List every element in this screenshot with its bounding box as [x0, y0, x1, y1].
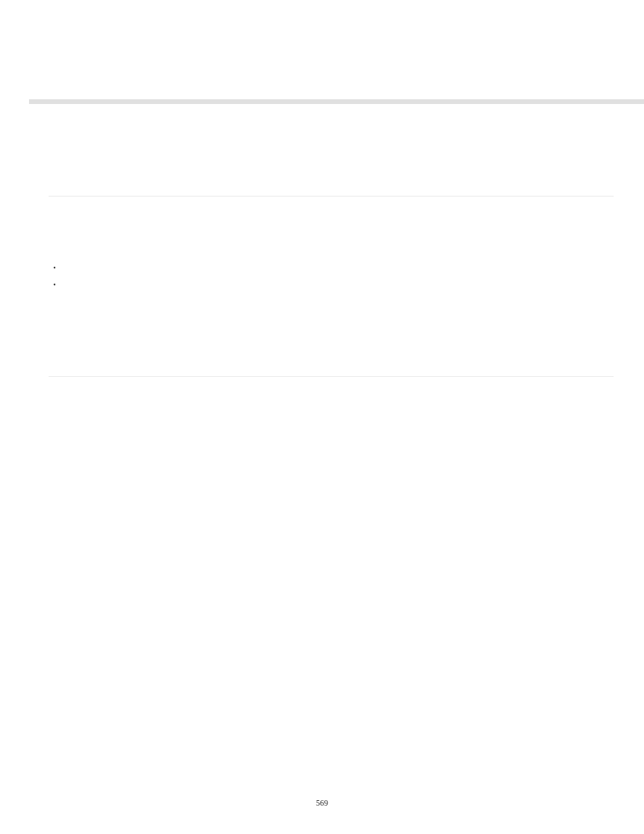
page-number: 569 — [0, 798, 644, 808]
divider-top — [49, 196, 614, 197]
list-item — [53, 259, 56, 276]
bullet-list — [53, 259, 56, 293]
list-item — [53, 276, 56, 293]
divider-bottom — [49, 376, 614, 377]
header-bar — [29, 99, 644, 104]
